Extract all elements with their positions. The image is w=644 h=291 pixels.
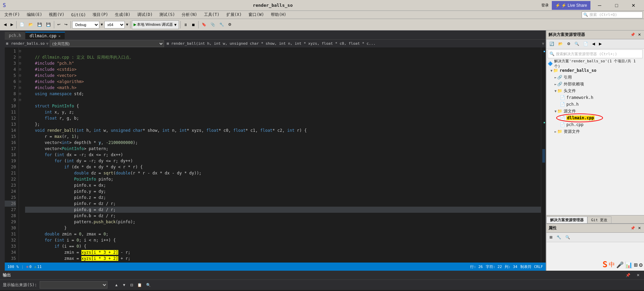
minimize-btn[interactable]: ─	[592, 1, 607, 10]
output-btn4[interactable]: 📋	[136, 280, 144, 289]
output-panel: 输出 📌 ✕ 显示输出来源(S): ▲ ▼ ⊟ 📋 🔍	[0, 271, 644, 291]
tree-headers[interactable]: ▼ 📁 头文件	[546, 87, 644, 94]
menu-analyze[interactable]: 分析(N)	[179, 11, 200, 19]
sogou-icons3: 📊	[625, 261, 632, 268]
tree-pch-h[interactable]: 📄 pch.h	[546, 101, 644, 108]
back-btn[interactable]: ◀	[2, 20, 8, 29]
tab-close-icon[interactable]: ✕	[59, 34, 61, 38]
output-btn1[interactable]: ▲	[113, 280, 120, 289]
pause-btn[interactable]: ⏸	[182, 20, 189, 29]
tab-git-changes[interactable]: Git 更改	[587, 216, 611, 223]
scope-dropdown[interactable]: (全局范围)	[50, 40, 164, 47]
menu-debug[interactable]: 调试(D)	[134, 11, 156, 19]
toolbar-btn3[interactable]: 🔧	[218, 20, 226, 29]
tree-resources[interactable]: ► 📁 资源文件	[546, 128, 644, 135]
menu-help[interactable]: 帮助(H)	[268, 11, 289, 19]
tree-references[interactable]: ► 🔗 引用	[546, 74, 644, 81]
sol-toolbar-btn2[interactable]: 📂	[557, 40, 565, 48]
run-btn[interactable]: ▶ 本地 Windows 调试器 ▼	[132, 20, 179, 29]
close-btn[interactable]: ✕	[626, 1, 641, 10]
panel-close-btn[interactable]: ✕	[637, 32, 642, 38]
output-close-btn[interactable]: ✕	[635, 271, 641, 280]
props-pin-btn[interactable]: 📌	[629, 225, 636, 231]
error-count[interactable]: ⊗ 0	[26, 265, 32, 269]
menu-extensions[interactable]: 扩展(X)	[223, 11, 245, 19]
output-btn2[interactable]: ▼	[121, 280, 128, 289]
menu-git[interactable]: Git(G)	[68, 12, 89, 18]
live-share-btn[interactable]: ⚡ ⚡ Live Share	[552, 1, 590, 10]
properties-panel: 属性 📌 ✕ ⊞ 🔧 🔍 S 中	[546, 223, 644, 271]
tab-dllmain[interactable]: dllmain.cpp ✕	[25, 32, 65, 39]
output-btn5[interactable]: 🔍	[144, 280, 153, 289]
tree-dllmain-cpp[interactable]: 📄 dllmain.cpp	[546, 115, 644, 121]
menu-edit[interactable]: 编辑(E)	[24, 11, 45, 19]
stop-btn[interactable]: ⏹	[190, 20, 197, 29]
sol-search-icon: 🔍	[549, 51, 555, 56]
line-ending[interactable]: CRLF	[534, 265, 543, 269]
tree-sources[interactable]: ▼ 📁 源文件	[546, 108, 644, 115]
search-box[interactable]: 🔍 搜索 (Ctrl+Q)	[582, 12, 643, 18]
menu-tools[interactable]: 工具(T)	[201, 11, 223, 19]
sogou-icons5: ⚙	[639, 261, 643, 268]
props-sort-btn[interactable]: ⊞	[548, 233, 554, 242]
menu-project[interactable]: 项目(P)	[89, 11, 111, 19]
zoom-level[interactable]: 100 %	[7, 265, 19, 269]
output-pin-btn[interactable]: 📌	[624, 271, 632, 280]
title-bar: S render_balls_so 登录 ⚡ ⚡ Live Share ─ □ …	[0, 0, 644, 11]
menu-view[interactable]: 视图(V)	[46, 11, 67, 19]
scroll-minimap[interactable]	[541, 47, 546, 263]
toolbar: ◀ ▶ 📄 📂 💾 💾 ↩ ↪ Debug Release ▼ x64 x86 …	[0, 19, 644, 30]
save-all-btn[interactable]: 💾	[44, 20, 53, 29]
new-project-btn[interactable]: 📄	[18, 20, 26, 29]
props-filter-btn[interactable]: 🔧	[555, 233, 563, 242]
config-dropdown[interactable]: Debug Release	[72, 21, 99, 28]
sol-toolbar-btn7[interactable]: ▶	[597, 40, 603, 48]
toolbar-btn2[interactable]: 📎	[209, 20, 217, 29]
props-search-btn[interactable]: 🔍	[564, 233, 572, 242]
tree-framework-h[interactable]: 📄 framework.h	[546, 94, 644, 101]
platform-dropdown[interactable]: x64 x86	[104, 21, 125, 28]
login-btn[interactable]: 登录	[540, 1, 550, 10]
menu-window[interactable]: 窗口(W)	[245, 11, 267, 19]
output-btn3[interactable]: ⊟	[128, 280, 135, 289]
tab-pch[interactable]: pch.h	[5, 32, 25, 39]
output-content-bar: 显示输出来源(S): ▲ ▼ ⊟ 📋 🔍	[0, 280, 644, 290]
tree-solution-root[interactable]: 🔷 解决方案'render_balls_so'(1 个项目/共 1 个)	[546, 60, 644, 67]
editor-status-bar: 100 % | ⊗ 0 ⚠ 11 行: 26 字符: 22 列: 34 制表符 …	[5, 263, 546, 271]
forward-btn[interactable]: ▶	[9, 20, 15, 29]
encoding-info[interactable]: 制表符	[520, 264, 531, 269]
sol-toolbar-btn1[interactable]: 🔄	[548, 40, 556, 48]
toolbar-btn4[interactable]: ⚙	[226, 20, 233, 29]
menu-build[interactable]: 生成(B)	[112, 11, 134, 19]
save-btn[interactable]: 💾	[36, 20, 44, 29]
sources-folder-icon: 📁	[557, 109, 562, 113]
app-logo: S	[3, 2, 6, 8]
title-bar-title: render_balls_so	[253, 3, 293, 8]
code-content[interactable]: // dllmain.cpp : 定义 DLL 应用程序的入口点。 #inclu…	[24, 47, 541, 263]
sol-toolbar-btn5[interactable]: 📄	[582, 40, 590, 48]
maximize-btn[interactable]: □	[609, 1, 624, 10]
liveshare-icon: ⚡	[555, 3, 561, 8]
undo-btn[interactable]: ↩	[56, 20, 62, 29]
col-info: 列: 34	[505, 264, 518, 269]
warning-count[interactable]: ⚠ 11	[34, 265, 42, 269]
pch-h-icon: 📄	[560, 102, 565, 107]
redo-btn[interactable]: ↪	[63, 20, 69, 29]
tree-pch-cpp[interactable]: 📄 pch.cpp	[546, 121, 644, 128]
props-close-btn[interactable]: ✕	[637, 225, 642, 231]
solution-search[interactable]: 🔍 搜索解决方案资源管理器 (Ctrl+;)	[548, 49, 643, 58]
framework-icon: 📄	[560, 95, 565, 100]
tab-solution-explorer[interactable]: 解决方案资源管理器	[546, 216, 587, 223]
toolbar-btn1[interactable]: 🔖	[200, 20, 208, 29]
output-source-select[interactable]	[40, 281, 107, 289]
res-expand-icon: ►	[555, 130, 557, 133]
menu-test[interactable]: 测试(S)	[156, 11, 178, 19]
tree-external-deps[interactable]: ► 🔗 外部依赖项	[546, 81, 644, 87]
project-icon: 📁	[553, 68, 558, 73]
open-btn[interactable]: 📂	[27, 20, 35, 29]
menu-file[interactable]: 文件(F)	[1, 11, 23, 19]
sol-toolbar-btn6[interactable]: ◀	[590, 40, 597, 48]
sol-toolbar-btn3[interactable]: ⚙	[565, 40, 572, 48]
sol-toolbar-btn4[interactable]: 🔍	[573, 40, 581, 48]
panel-pin-btn[interactable]: 📌	[629, 32, 636, 38]
